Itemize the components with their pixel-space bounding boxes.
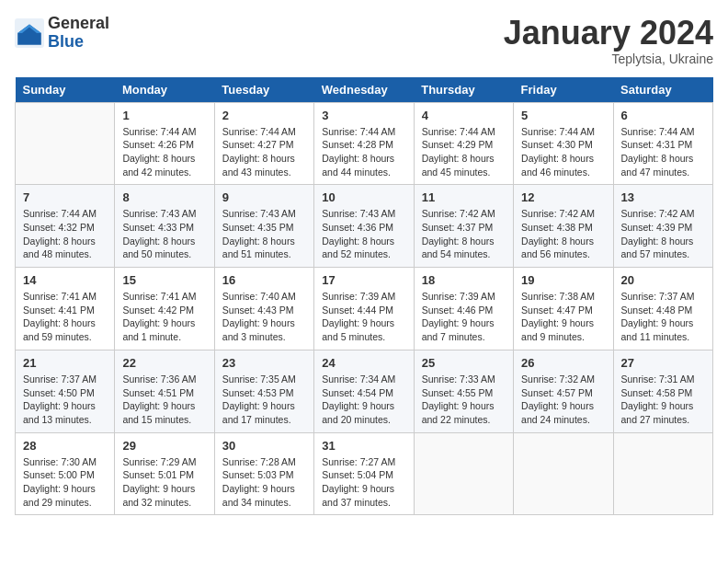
day-info: Sunrise: 7:44 AMSunset: 4:31 PMDaylight:… [621, 125, 705, 179]
week-row-3: 14Sunrise: 7:41 AMSunset: 4:41 PMDayligh… [16, 268, 713, 350]
calendar-cell: 1Sunrise: 7:44 AMSunset: 4:26 PMDaylight… [115, 102, 214, 185]
day-info: Sunrise: 7:39 AMSunset: 4:44 PMDaylight:… [322, 290, 405, 344]
col-thursday: Thursday [414, 77, 513, 103]
calendar-cell [16, 102, 115, 185]
day-number: 21 [23, 356, 107, 370]
col-monday: Monday [115, 77, 214, 103]
calendar-cell: 29Sunrise: 7:29 AMSunset: 5:01 PMDayligh… [115, 432, 214, 515]
week-row-2: 7Sunrise: 7:44 AMSunset: 4:32 PMDaylight… [16, 185, 713, 268]
day-info: Sunrise: 7:38 AMSunset: 4:47 PMDaylight:… [521, 290, 605, 344]
title-block: January 2024 Teplytsia, Ukraine [504, 15, 713, 66]
col-friday: Friday [514, 77, 613, 103]
calendar-cell: 11Sunrise: 7:42 AMSunset: 4:37 PMDayligh… [414, 185, 513, 268]
day-number: 18 [422, 273, 506, 287]
calendar-cell: 13Sunrise: 7:42 AMSunset: 4:39 PMDayligh… [613, 185, 712, 268]
calendar-cell: 25Sunrise: 7:33 AMSunset: 4:55 PMDayligh… [414, 350, 513, 432]
calendar-cell: 15Sunrise: 7:41 AMSunset: 4:42 PMDayligh… [115, 268, 214, 350]
calendar-cell: 27Sunrise: 7:31 AMSunset: 4:58 PMDayligh… [613, 350, 712, 432]
logo: General Blue [15, 15, 109, 52]
day-number: 19 [521, 273, 605, 287]
day-number: 10 [322, 190, 405, 204]
day-info: Sunrise: 7:42 AMSunset: 4:39 PMDaylight:… [621, 207, 705, 261]
day-number: 26 [521, 356, 605, 370]
days-of-week-row: Sunday Monday Tuesday Wednesday Thursday… [16, 77, 713, 103]
day-number: 27 [621, 356, 705, 370]
calendar-cell: 12Sunrise: 7:42 AMSunset: 4:38 PMDayligh… [514, 185, 613, 268]
day-info: Sunrise: 7:44 AMSunset: 4:29 PMDaylight:… [422, 125, 506, 179]
calendar-body: 1Sunrise: 7:44 AMSunset: 4:26 PMDaylight… [16, 102, 713, 515]
day-info: Sunrise: 7:40 AMSunset: 4:43 PMDaylight:… [222, 290, 306, 344]
calendar-cell: 18Sunrise: 7:39 AMSunset: 4:46 PMDayligh… [414, 268, 513, 350]
day-info: Sunrise: 7:28 AMSunset: 5:03 PMDaylight:… [222, 455, 306, 510]
day-number: 3 [322, 109, 405, 122]
logo-icon [15, 18, 44, 48]
day-number: 29 [122, 439, 206, 453]
calendar-cell: 3Sunrise: 7:44 AMSunset: 4:28 PMDaylight… [314, 102, 414, 185]
day-number: 25 [422, 356, 506, 370]
location-subtitle: Teplytsia, Ukraine [504, 52, 713, 66]
day-number: 7 [23, 190, 107, 204]
week-row-4: 21Sunrise: 7:37 AMSunset: 4:50 PMDayligh… [16, 350, 713, 432]
day-info: Sunrise: 7:42 AMSunset: 4:38 PMDaylight:… [521, 207, 605, 261]
calendar-cell: 20Sunrise: 7:37 AMSunset: 4:48 PMDayligh… [613, 268, 712, 350]
logo-blue-text: Blue [48, 32, 84, 51]
calendar-cell: 26Sunrise: 7:32 AMSunset: 4:57 PMDayligh… [514, 350, 613, 432]
day-info: Sunrise: 7:44 AMSunset: 4:28 PMDaylight:… [322, 125, 405, 179]
day-number: 23 [222, 356, 306, 370]
page-header: General Blue January 2024 Teplytsia, Ukr… [15, 15, 713, 66]
day-info: Sunrise: 7:42 AMSunset: 4:37 PMDaylight:… [422, 207, 506, 261]
day-info: Sunrise: 7:44 AMSunset: 4:30 PMDaylight:… [521, 125, 605, 179]
day-number: 16 [222, 273, 306, 287]
calendar-cell: 8Sunrise: 7:43 AMSunset: 4:33 PMDaylight… [115, 185, 214, 268]
day-number: 17 [322, 273, 405, 287]
day-info: Sunrise: 7:43 AMSunset: 4:36 PMDaylight:… [322, 207, 405, 261]
day-info: Sunrise: 7:44 AMSunset: 4:32 PMDaylight:… [23, 207, 107, 261]
day-number: 9 [222, 190, 306, 204]
calendar-cell: 21Sunrise: 7:37 AMSunset: 4:50 PMDayligh… [16, 350, 115, 432]
day-info: Sunrise: 7:41 AMSunset: 4:41 PMDaylight:… [23, 290, 107, 344]
day-info: Sunrise: 7:37 AMSunset: 4:50 PMDaylight:… [23, 373, 107, 427]
logo-general-text: General [48, 14, 109, 32]
day-number: 2 [222, 109, 306, 122]
day-info: Sunrise: 7:32 AMSunset: 4:57 PMDaylight:… [521, 373, 605, 427]
calendar-cell: 17Sunrise: 7:39 AMSunset: 4:44 PMDayligh… [314, 268, 414, 350]
calendar-cell: 9Sunrise: 7:43 AMSunset: 4:35 PMDaylight… [214, 185, 313, 268]
day-info: Sunrise: 7:29 AMSunset: 5:01 PMDaylight:… [122, 455, 206, 510]
day-number: 31 [322, 439, 405, 453]
calendar-cell: 16Sunrise: 7:40 AMSunset: 4:43 PMDayligh… [214, 268, 313, 350]
calendar-cell: 24Sunrise: 7:34 AMSunset: 4:54 PMDayligh… [314, 350, 414, 432]
col-tuesday: Tuesday [214, 77, 313, 103]
day-info: Sunrise: 7:44 AMSunset: 4:27 PMDaylight:… [222, 125, 306, 179]
calendar-cell: 19Sunrise: 7:38 AMSunset: 4:47 PMDayligh… [514, 268, 613, 350]
day-info: Sunrise: 7:36 AMSunset: 4:51 PMDaylight:… [122, 373, 206, 427]
day-info: Sunrise: 7:37 AMSunset: 4:48 PMDaylight:… [621, 290, 705, 344]
col-sunday: Sunday [16, 77, 115, 103]
day-info: Sunrise: 7:41 AMSunset: 4:42 PMDaylight:… [122, 290, 206, 344]
col-wednesday: Wednesday [314, 77, 414, 103]
day-number: 5 [521, 109, 605, 122]
calendar-cell: 30Sunrise: 7:28 AMSunset: 5:03 PMDayligh… [214, 432, 313, 515]
day-info: Sunrise: 7:33 AMSunset: 4:55 PMDaylight:… [422, 373, 506, 427]
calendar-cell [414, 432, 513, 515]
day-number: 11 [422, 190, 506, 204]
day-info: Sunrise: 7:43 AMSunset: 4:33 PMDaylight:… [122, 207, 206, 261]
day-info: Sunrise: 7:30 AMSunset: 5:00 PMDaylight:… [23, 455, 107, 510]
calendar-cell [613, 432, 712, 515]
day-number: 28 [23, 439, 107, 453]
day-number: 8 [122, 190, 206, 204]
day-info: Sunrise: 7:35 AMSunset: 4:53 PMDaylight:… [222, 373, 306, 427]
day-number: 20 [621, 273, 705, 287]
day-info: Sunrise: 7:44 AMSunset: 4:26 PMDaylight:… [122, 125, 206, 179]
week-row-1: 1Sunrise: 7:44 AMSunset: 4:26 PMDaylight… [16, 102, 713, 185]
month-title: January 2024 [504, 15, 713, 52]
calendar-cell: 5Sunrise: 7:44 AMSunset: 4:30 PMDaylight… [514, 102, 613, 185]
calendar-cell: 7Sunrise: 7:44 AMSunset: 4:32 PMDaylight… [16, 185, 115, 268]
day-info: Sunrise: 7:43 AMSunset: 4:35 PMDaylight:… [222, 207, 306, 261]
calendar-table: Sunday Monday Tuesday Wednesday Thursday… [15, 77, 713, 516]
calendar-cell [514, 432, 613, 515]
calendar-cell: 23Sunrise: 7:35 AMSunset: 4:53 PMDayligh… [214, 350, 313, 432]
day-number: 24 [322, 356, 405, 370]
day-number: 12 [521, 190, 605, 204]
day-number: 1 [122, 109, 206, 122]
day-number: 15 [122, 273, 206, 287]
